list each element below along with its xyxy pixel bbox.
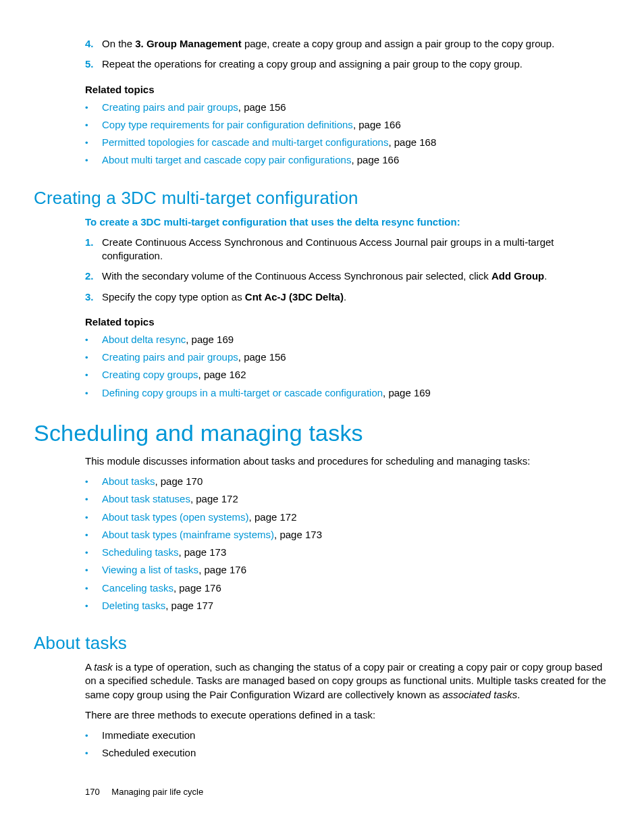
step-item: 2. With the secondary volume of the Cont… [85,269,610,283]
section-heading-about-tasks: About tasks [34,633,610,654]
topic-link[interactable]: Scheduling tasks [102,546,178,558]
page-ref: , page 172 [249,511,297,523]
bullet-icon: • [85,746,102,760]
related-link[interactable]: Permitted topologies for cascade and mul… [102,136,388,148]
related-link[interactable]: Creating pairs and pair groups [102,351,238,363]
bullet-icon: • [85,475,102,488]
page-ref: , page 173 [274,529,322,540]
step-text: Create Continuous Access Synchronous and… [102,236,610,263]
related-topics-list: •About delta resync, page 169 •Creating … [85,333,610,400]
topic-link[interactable]: Deleting tasks [102,600,165,611]
page-ref: , page 176 [173,582,221,594]
page-ref: , page 168 [388,136,436,148]
step-text: Repeat the operations for creating a cop… [102,57,610,71]
step-item: 1. Create Continuous Access Synchronous … [85,236,610,263]
top-steps-list: 4. On the 3. Group Management page, crea… [85,37,610,72]
bullet-icon: • [85,333,102,346]
bullet-icon: • [85,528,102,542]
list-item: •About task types (open systems), page 1… [85,511,610,524]
topic-link[interactable]: About tasks [102,475,155,487]
bullet-icon: • [85,153,102,167]
page-ref: , page 166 [351,154,399,165]
page-ref: , page 172 [190,493,238,504]
list-item: •About tasks, page 170 [85,475,610,488]
related-topics-list: •Creating pairs and pair groups, page 15… [85,101,610,167]
list-item: •Creating pairs and pair groups, page 15… [85,101,610,114]
bullet-icon: • [85,581,102,595]
list-item: •Defining copy groups in a multi-target … [85,386,610,400]
page-ref: , page 170 [155,475,203,487]
list-item: •Deleting tasks, page 177 [85,599,610,613]
step-number: 5. [85,57,102,71]
related-topics-heading: Related topics [85,316,610,328]
step-number: 1. [85,236,102,263]
section-heading-scheduling: Scheduling and managing tasks [34,420,610,446]
related-link[interactable]: Defining copy groups in a multi-target o… [102,387,383,398]
page-ref: , page 156 [238,101,286,113]
list-item: •Viewing a list of tasks, page 176 [85,563,610,577]
list-item: •Creating copy groups, page 162 [85,368,610,382]
step-text: Specify the copy type option as Cnt Ac-J… [102,290,610,304]
bullet-icon: • [85,546,102,559]
bullet-icon: • [85,492,102,506]
list-item: •Immediate execution [85,729,610,742]
related-link[interactable]: About delta resync [102,334,186,345]
topic-link[interactable]: Viewing a list of tasks [102,564,198,575]
methods-list: •Immediate execution •Scheduled executio… [85,729,610,760]
related-link[interactable]: Creating copy groups [102,369,198,380]
list-item: •About task statuses, page 172 [85,492,610,506]
step-item: 4. On the 3. Group Management page, crea… [85,37,610,51]
page-number: 170 [85,787,100,797]
list-item: •Canceling tasks, page 176 [85,581,610,595]
page-ref: , page 173 [178,546,226,558]
step-item: 5. Repeat the operations for creating a … [85,57,610,71]
bullet-icon: • [85,386,102,400]
bullet-icon: • [85,350,102,364]
step-text: On the 3. Group Management page, create … [102,37,610,51]
bullet-icon: • [85,136,102,149]
topic-link-list: •About tasks, page 170 •About task statu… [85,475,610,613]
list-item: •Scheduled execution [85,746,610,760]
section-heading-3dc: Creating a 3DC multi-target configuratio… [34,188,610,209]
about-tasks-paragraph: A task is a type of operation, such as c… [85,660,610,702]
method-text: Scheduled execution [102,746,610,760]
footer-title: Managing pair life cycle [111,787,203,797]
page-ref: , page 162 [198,369,246,380]
method-text: Immediate execution [102,729,610,742]
intro-paragraph: This module discusses information about … [85,454,610,468]
related-link[interactable]: About multi target and cascade copy pair… [102,154,351,165]
related-link[interactable]: Creating pairs and pair groups [102,101,238,113]
methods-intro: There are three methods to execute opera… [85,708,610,722]
list-item: •About delta resync, page 169 [85,333,610,346]
list-item: •Copy type requirements for pair configu… [85,118,610,132]
list-item: •About task types (mainframe systems), p… [85,528,610,542]
related-link[interactable]: Copy type requirements for pair configur… [102,119,353,130]
related-topics-heading: Related topics [85,84,610,95]
list-item: •Scheduling tasks, page 173 [85,546,610,559]
step-item: 3. Specify the copy type option as Cnt A… [85,290,610,304]
bullet-icon: • [85,118,102,132]
page-ref: , page 169 [186,334,234,345]
page-ref: , page 177 [165,600,213,611]
topic-link[interactable]: About task types (open systems) [102,511,249,523]
step-number: 2. [85,269,102,283]
bullet-icon: • [85,563,102,577]
document-page: 4. On the 3. Group Management page, crea… [0,0,644,834]
topic-link[interactable]: About task types (mainframe systems) [102,529,274,540]
bullet-icon: • [85,101,102,114]
bullet-icon: • [85,729,102,742]
list-item: •About multi target and cascade copy pai… [85,153,610,167]
bullet-icon: • [85,368,102,382]
page-ref: , page 166 [353,119,401,130]
page-footer: 170 Managing pair life cycle [85,787,203,797]
topic-link[interactable]: About task statuses [102,493,190,504]
step-number: 4. [85,37,102,51]
page-ref: , page 176 [198,564,246,575]
page-ref: , page 156 [238,351,286,363]
list-item: •Permitted topologies for cascade and mu… [85,136,610,149]
step-number: 3. [85,290,102,304]
list-item: •Creating pairs and pair groups, page 15… [85,350,610,364]
topic-link[interactable]: Canceling tasks [102,582,173,594]
page-ref: , page 169 [383,387,431,398]
bullet-icon: • [85,511,102,524]
